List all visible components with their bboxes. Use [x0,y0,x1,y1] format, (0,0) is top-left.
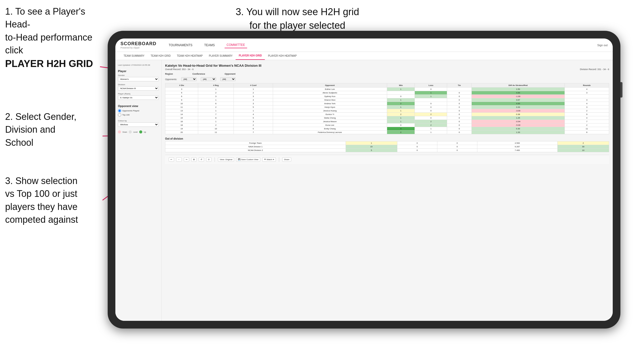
cell-rounds: 9 [565,113,609,116]
cell-conf: 3 [234,95,273,98]
colour-section: Colour by Win/loss Down Level Up [118,120,159,133]
cell-opponent: Jessica Mason [273,120,387,123]
cell-loss: 1 [415,95,447,98]
conference-filter[interactable]: (All) [201,77,216,81]
toolbar-sep1 [215,157,215,162]
out-div-label: Foreign Team [165,141,346,145]
col-loss: Loss [415,83,447,88]
out-div-rounds: 30 [557,145,609,149]
cell-opponent: Stella Cheng [273,116,387,120]
cell-rounds: 6 [565,131,609,134]
nav-tournaments[interactable]: TOURNAMENTS [167,42,194,48]
sidebar-division-select[interactable]: NCAA Division III [118,86,159,91]
cell-tie: 0 [447,127,471,131]
cell-opponent: Sharon Mun [273,98,387,102]
out-div-tie: 0 [437,149,477,152]
app-header: SCOREBOARD Powered by clippd TOURNAMENTS… [115,38,613,52]
cell-div: 10 [165,102,198,105]
instruction-step3-bottom: 3. Show selection vs Top 100 or just pla… [5,175,105,226]
out-div-row: NCAA Division 2 5 0 0 7.400 10 [165,149,609,152]
cell-tie: 0 [447,109,471,113]
out-div-row: Foreign Team 1 0 0 4.500 2 [165,141,609,145]
sub-nav-team-summary[interactable]: TEAM SUMMARY [120,52,148,60]
toolbar-share[interactable]: Share [282,157,291,162]
cell-loss: 0 [415,102,447,105]
toolbar-watch[interactable]: 👁 Watch ▾ [262,157,276,162]
cell-win: 0 [387,123,415,127]
sign-out[interactable]: Sign out [597,44,608,47]
cell-loss: 0 [415,105,447,109]
cell-tie: 0 [447,131,471,134]
colour-by-label: Colour by [118,120,159,122]
colour-by-select[interactable]: Win/loss [118,122,159,127]
cell-conf: 1 [234,109,273,113]
cell-opponent: Esther Lee [273,88,387,91]
table-row: 3 1 1 Esther Lee 1 0 1.50 4 [165,88,609,91]
out-div-tie: 0 [437,145,477,149]
sidebar-gender-select[interactable]: Women's [118,77,159,81]
instruction-step2: 2. Select Gender, Division and School [5,110,103,149]
nav-committee[interactable]: COMMITTEE [225,42,247,48]
region-filter[interactable]: (All) [181,77,197,81]
sidebar-player-rank-select[interactable]: 8. Katelyn Vo [118,95,159,100]
tablet-frame: SCOREBOARD Powered by clippd TOURNAMENTS… [108,31,620,329]
region-label: Region [165,73,173,75]
toolbar-undo[interactable]: ↩ [169,157,174,162]
cell-div: 9 [165,98,198,102]
toolbar-view-original[interactable]: View: Original [218,157,234,162]
sub-nav-player-h2h-heatmap[interactable]: PLAYER H2H HEATMAP [265,52,300,60]
conference-label: Conference [193,73,205,75]
grid-subtitle: Overall Record: 353 - 34 - 6 Division Re… [165,68,609,71]
toolbar-refresh[interactable]: ↺ [199,157,204,162]
col-tie: Tie [447,83,471,88]
opponent-filter[interactable]: (All) [220,77,236,81]
sidebar-gender-label: Gender [118,74,159,76]
toolbar-grid[interactable]: ⊞ [191,157,197,162]
cell-rounds: 11 [565,127,609,131]
out-div-loss: 0 [397,145,437,149]
col-div: # Div [165,83,198,88]
bottom-toolbar: ↩ ← ↪ ⊞ ↺ ⊙ View: Original 💾 Save Custom… [165,155,609,164]
toolbar-redo[interactable]: ↪ [184,157,189,162]
cell-loss: 1 [415,131,447,134]
overall-record: Overall Record: 353 - 34 - 6 [165,68,194,71]
cell-win: 2 [387,102,415,105]
cell-diff: -5.00 [471,123,565,127]
cell-win: 4 [387,127,415,131]
cell-reg: 2 [198,123,234,127]
sub-nav-team-h2h-grid[interactable]: TEAM H2H GRID [148,52,174,60]
cell-win: 1 [387,88,415,91]
cell-opponent: Andrea York [273,102,387,105]
cell-opponent: Heejo Hyun [273,105,387,109]
sub-nav-team-h2h-heatmap[interactable]: TEAM H2H HEATMAP [174,52,206,60]
radio-opponents-played[interactable]: Opponents Played [118,109,159,112]
cell-diff: 3.67 [471,98,565,102]
col-win: Win [387,83,415,88]
table-row: 10 6 3 Andrea York 2 0 0 4.00 4 [165,102,609,105]
cell-win: 1 [387,109,415,113]
radio-top100[interactable]: Top 100 [118,113,159,117]
sub-nav-player-summary[interactable]: PLAYER SUMMARY [206,52,236,60]
cell-reg: 7 [198,113,234,116]
tablet-screen: SCOREBOARD Powered by clippd TOURNAMENTS… [115,38,613,321]
cell-win: 0 [387,95,415,98]
cell-diff: -0.94 [471,120,565,123]
sub-nav-player-h2h-grid[interactable]: PLAYER H2H GRID [236,52,265,60]
nav-teams[interactable]: TEAMS [202,42,217,48]
cell-conf: 3 [234,120,273,123]
cell-loss: 2 [415,123,447,127]
logo-text: SCOREBOARD [120,41,156,46]
cell-conf: 1 [234,88,273,91]
out-div-row: NAIA Division 1 15 0 0 9.267 30 [165,145,609,149]
cell-conf: 7 [234,131,273,134]
toolbar-save-custom[interactable]: 💾 Save Custom View [236,157,260,162]
out-div-rounds: 10 [557,149,609,152]
instruction-step1: 1. To see a Player's Head- to-Head perfo… [5,5,103,71]
toolbar-settings[interactable]: ⊙ [206,157,212,162]
cell-div: 6 [165,95,198,98]
cell-div: 13 [165,109,198,113]
cell-diff: 0.30 [471,127,565,131]
cell-conf: 2 [234,91,273,95]
cell-tie: 0 [447,120,471,123]
toolbar-back[interactable]: ← [176,157,182,162]
